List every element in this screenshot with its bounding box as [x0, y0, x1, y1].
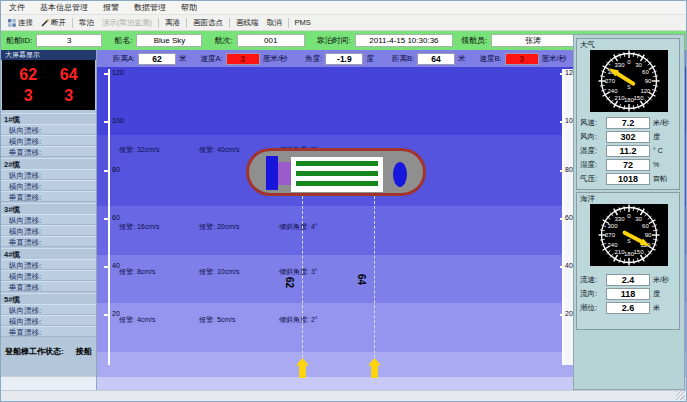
angle-unit: 度 — [366, 54, 374, 64]
wind-direction-label: 风向: — [580, 132, 606, 142]
lateral-drift-button[interactable]: 横向漂移: — [1, 135, 96, 146]
distance-a-field[interactable]: 62 — [138, 53, 176, 65]
angle-field[interactable]: -1.9 — [325, 53, 363, 65]
draw-line-button[interactable]: 画线端 — [232, 17, 263, 29]
distance-b-field[interactable]: 64 — [417, 53, 455, 65]
longitudinal-drift-button[interactable]: 纵向漂移: — [1, 214, 96, 225]
lateral-drift-button[interactable]: 横向漂移: — [1, 180, 96, 191]
speed-a-unit: 厘米/秒 — [263, 54, 288, 64]
axis-tick-mark — [104, 170, 108, 172]
distance-b-unit: 米 — [458, 54, 466, 64]
svg-text:270: 270 — [605, 78, 616, 84]
screen-pick-point-button[interactable]: 画面选点 — [189, 17, 227, 29]
pressure-field[interactable]: 1018 — [606, 173, 650, 185]
lateral-drift-button[interactable]: 横向漂移: — [1, 225, 96, 236]
toolbar-separator — [158, 18, 159, 28]
toolbar-separator — [288, 18, 289, 28]
ocean-title: 海洋 — [580, 194, 595, 204]
longitudinal-drift-button[interactable]: 纵向漂移: — [1, 304, 96, 315]
berth-time-label: 靠泊时间: — [317, 35, 351, 46]
tide-level-field[interactable]: 2.6 — [606, 302, 650, 314]
pressure-label: 气压: — [580, 174, 606, 184]
svg-text:330: 330 — [614, 216, 625, 222]
voyage-label: 航次: — [214, 35, 232, 46]
ocean-readings: 流速: 2.4 米/秒 流向: 118 度 潮位: 2.6 米 — [580, 273, 677, 315]
disconnect-button[interactable]: 断开 — [37, 17, 70, 29]
alarm-threshold-row: 报警: 16cm/s 报警: 20cm/s 倾斜角度: 4° — [119, 222, 318, 232]
berth-button[interactable]: 靠泊 — [75, 17, 98, 29]
right-axis-tick-label: 60 — [565, 214, 573, 222]
ship-name-field[interactable]: Blue Sky — [136, 34, 202, 47]
vertical-drift-button[interactable]: 垂直漂移: — [1, 236, 96, 247]
longitudinal-drift-button[interactable]: 纵向漂移: — [1, 169, 96, 180]
current-speed-label: 流速: — [580, 275, 606, 285]
depart-button[interactable]: 离港 — [161, 17, 184, 29]
wind-speed-field[interactable]: 7.2 — [606, 117, 650, 129]
tide-level-row: 潮位: 2.6 米 — [580, 301, 677, 314]
cargo-stripe — [296, 181, 378, 186]
svg-text:90: 90 — [645, 78, 652, 84]
menu-help[interactable]: 帮助 — [181, 2, 197, 13]
toolbar-separator — [72, 18, 73, 28]
ship-graphic[interactable] — [246, 148, 426, 196]
current-direction-field[interactable]: 118 — [606, 288, 650, 300]
angle-label: 角度: — [305, 54, 322, 64]
svg-text:180: 180 — [624, 251, 635, 257]
svg-text:240: 240 — [608, 88, 619, 94]
berth-time-field[interactable]: 2011-4-15 10:30:36 — [355, 34, 453, 47]
pressure-row: 气压: 1018 百帕 — [580, 172, 677, 185]
pilot-field[interactable]: 张涛 — [491, 34, 575, 47]
gangway-status: 登船梯工作状态:接船 — [1, 346, 96, 357]
vertical-drift-button[interactable]: 垂直漂移: — [1, 281, 96, 292]
disconnect-icon — [41, 19, 49, 27]
cancel-button[interactable]: 取消 — [263, 17, 286, 29]
menu-alarm[interactable]: 报警 — [103, 2, 119, 13]
wind-direction-gauge: 0306090120150180210240270300330S — [590, 50, 668, 112]
longitudinal-drift-button[interactable]: 纵向漂移: — [1, 259, 96, 270]
humidity-field[interactable]: 72 — [606, 159, 650, 171]
svg-text:30: 30 — [635, 62, 642, 68]
pms-button[interactable]: PMS — [291, 17, 315, 28]
axis-tick-mark — [560, 218, 564, 220]
vertical-drift-button[interactable]: 垂直漂移: — [1, 326, 96, 337]
vertical-drift-button[interactable]: 垂直漂移: — [1, 146, 96, 157]
current-speed-unit: 米/秒 — [653, 275, 669, 285]
toolbar-separator — [229, 18, 230, 28]
lateral-drift-button[interactable]: 横向漂移: — [1, 270, 96, 281]
axis-tick-mark — [560, 121, 564, 123]
menu-data[interactable]: 数据管理 — [134, 2, 166, 13]
svg-text:30: 30 — [635, 216, 642, 222]
speed-a-label: 速度A: — [201, 54, 223, 64]
temperature-field[interactable]: 11.2 — [606, 145, 650, 157]
current-direction-gauge: 0306090120150180210240270300330S — [590, 204, 668, 266]
svg-text:330: 330 — [614, 62, 625, 68]
longitudinal-drift-button[interactable]: 纵向漂移: — [1, 124, 96, 135]
app-window: 文件 基本信息管理 报警 数据管理 帮助 连接 断开 靠泊 演示(靠泊监测) 离… — [0, 0, 687, 402]
svg-text:120: 120 — [640, 88, 651, 94]
resize-grip[interactable] — [676, 391, 685, 400]
wind-direction-row: 风向: 302 度 — [580, 130, 677, 143]
connect-button[interactable]: 连接 — [4, 17, 37, 29]
svg-text:240: 240 — [608, 242, 619, 248]
ship-bow — [393, 162, 407, 187]
atmosphere-title: 大气 — [580, 40, 595, 50]
axis-tick-mark — [560, 266, 564, 268]
menu-basic-info[interactable]: 基本信息管理 — [40, 2, 88, 13]
right-axis-tick-label: 80 — [565, 166, 573, 174]
vertical-drift-button[interactable]: 垂直漂移: — [1, 191, 96, 202]
wind-speed-row: 风速: 7.2 米/秒 — [580, 116, 677, 129]
svg-text:300: 300 — [608, 223, 619, 229]
pressure-unit: 百帕 — [653, 174, 667, 184]
ship-id-field[interactable]: 3 — [36, 34, 102, 47]
wind-direction-field[interactable]: 302 — [606, 131, 650, 143]
voyage-field[interactable]: 001 — [237, 34, 305, 47]
lateral-drift-button[interactable]: 横向漂移: — [1, 315, 96, 326]
big-screen-display: 62 64 3 3 — [2, 60, 95, 110]
menu-file[interactable]: 文件 — [9, 2, 25, 13]
speed-a-field[interactable]: 3 — [226, 53, 260, 65]
display-distance-a: 62 — [19, 67, 37, 83]
current-speed-field[interactable]: 2.4 — [606, 274, 650, 286]
cargo-stripe — [296, 171, 378, 176]
speed-b-field[interactable]: 3 — [505, 53, 539, 65]
cable-group-header: 5#缆 — [1, 293, 96, 304]
